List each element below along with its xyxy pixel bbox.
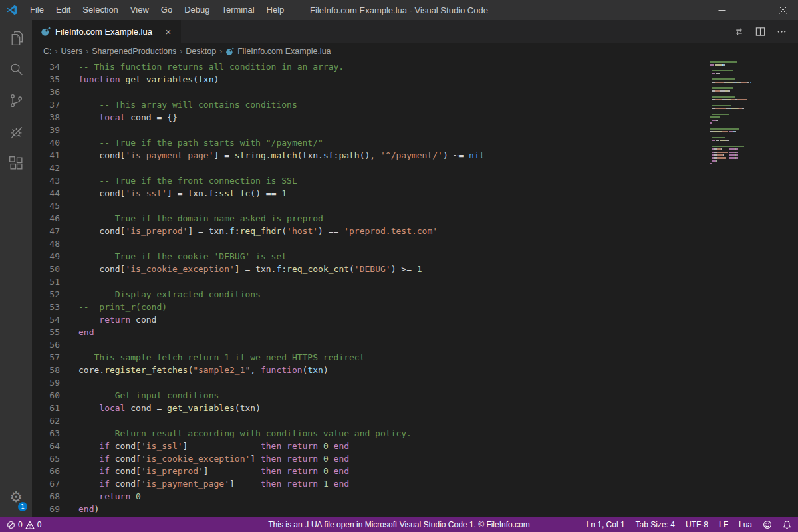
maximize-icon xyxy=(749,7,755,13)
line-number: 46 xyxy=(32,212,60,225)
minimize-icon xyxy=(718,7,726,14)
line-number: 69 xyxy=(32,503,60,515)
code-line[interactable]: 56 xyxy=(32,338,798,351)
extensions-button[interactable] xyxy=(0,148,32,179)
encoding-status[interactable]: UTF-8 xyxy=(686,520,708,529)
open-changes-button[interactable] xyxy=(730,20,747,43)
search-icon xyxy=(8,61,25,78)
code-line[interactable]: 42 xyxy=(32,162,798,174)
settings-gear-button[interactable]: ⚙ 1 xyxy=(0,481,32,512)
settings-badge: 1 xyxy=(18,502,27,511)
code-line[interactable]: 63 -- Return result according with condi… xyxy=(32,427,798,440)
code-line[interactable]: 65 if cond['is_cookie_exception'] then r… xyxy=(32,452,798,465)
search-button[interactable] xyxy=(0,54,32,85)
code-line[interactable]: 64 if cond['is_ssl'] then return 0 end xyxy=(32,440,798,452)
explorer-button[interactable] xyxy=(0,23,32,54)
tab-close-button[interactable]: × xyxy=(162,26,174,38)
code-line[interactable]: 46 -- True if the domain name asked is p… xyxy=(32,212,798,225)
code-line[interactable]: 59 xyxy=(32,376,798,389)
code-line[interactable]: 36 xyxy=(32,86,798,98)
code-line[interactable]: 37 -- This array will contains condition… xyxy=(32,98,798,111)
code-line[interactable]: 45 xyxy=(32,200,798,212)
tab-bar: FileInfo.com Example.lua × xyxy=(32,20,798,43)
source-control-button[interactable] xyxy=(0,85,32,116)
warnings-status[interactable]: 0 xyxy=(25,520,42,529)
code-line[interactable]: 43 -- True if the front connection is SS… xyxy=(32,174,798,187)
code-line[interactable]: 41 cond['is_payment_page'] = string.matc… xyxy=(32,149,798,162)
indentation-status[interactable]: Tab Size: 4 xyxy=(636,520,675,529)
feedback-button[interactable] xyxy=(763,520,772,529)
breadcrumb-item-drive[interactable]: C: xyxy=(43,47,52,56)
line-number: 38 xyxy=(32,111,60,124)
code-line[interactable]: 34-- This function returns all condition… xyxy=(32,61,798,73)
code-line[interactable]: 66 if cond['is_preprod'] then return 0 e… xyxy=(32,465,798,477)
code-line[interactable]: 57-- This sample fetch return 1 if we ne… xyxy=(32,351,798,364)
line-number: 44 xyxy=(32,187,60,200)
code-line[interactable]: 40 -- True if the path starts with "/pay… xyxy=(32,136,798,149)
menu-help[interactable]: Help xyxy=(261,0,291,20)
code-line[interactable]: 47 cond['is_preprod'] = txn.f:req_fhdr('… xyxy=(32,225,798,237)
code-line[interactable]: 61 local cond = get_variables(txn) xyxy=(32,402,798,414)
line-number: 58 xyxy=(32,364,60,376)
code-line[interactable]: 49 -- True if the cookie 'DEBUG' is set xyxy=(32,250,798,263)
code-line[interactable]: 54 return cond xyxy=(32,313,798,326)
tab-fileinfo-example[interactable]: FileInfo.com Example.lua × xyxy=(32,20,181,43)
code-line[interactable]: 44 cond['is_ssl'] = txn.f:ssl_fc() == 1 xyxy=(32,187,798,200)
code-line[interactable]: 50 cond['is_cookie_exception'] = txn.f:r… xyxy=(32,263,798,275)
errors-status[interactable]: 0 xyxy=(7,520,23,529)
menu-file[interactable]: File xyxy=(24,0,50,20)
breadcrumb-item-file[interactable]: FileInfo.com Example.lua xyxy=(225,47,331,56)
minimap[interactable] xyxy=(710,61,753,166)
code-line[interactable]: 55end xyxy=(32,326,798,338)
code-line[interactable]: 39 xyxy=(32,124,798,136)
editor-actions xyxy=(730,20,798,43)
code-line[interactable]: 67 if cond['is_payment_page'] then retur… xyxy=(32,477,798,490)
code-line[interactable]: 58core.register_fetches("sample2_1", fun… xyxy=(32,364,798,376)
code-line[interactable]: 53-- print_r(cond) xyxy=(32,301,798,313)
breadcrumb-item-users[interactable]: Users xyxy=(61,47,83,56)
activity-bar: ⚙ 1 xyxy=(0,20,32,517)
code-line[interactable]: 38 local cond = {} xyxy=(32,111,798,124)
breadcrumb-separator-icon: › xyxy=(216,47,225,56)
minimize-button[interactable] xyxy=(706,0,737,20)
menu-view[interactable]: View xyxy=(124,0,155,20)
split-editor-icon xyxy=(755,26,766,37)
vscode-logo-icon xyxy=(0,5,24,15)
eol-status[interactable]: LF xyxy=(719,520,728,529)
line-number: 42 xyxy=(32,162,60,174)
code-line[interactable]: 52 -- Display extracted conditions xyxy=(32,288,798,301)
breadcrumb-separator-icon: › xyxy=(52,47,61,56)
menu-terminal[interactable]: Terminal xyxy=(215,0,260,20)
code-line[interactable]: 62 xyxy=(32,414,798,427)
menu-edit[interactable]: Edit xyxy=(50,0,76,20)
cursor-position-status[interactable]: Ln 1, Col 1 xyxy=(587,520,625,529)
notifications-button[interactable] xyxy=(783,520,791,529)
language-mode-status[interactable]: Lua xyxy=(739,520,752,529)
error-icon xyxy=(7,521,15,529)
vscode-window: File Edit Selection View Go Debug Termin… xyxy=(0,0,798,532)
line-number: 34 xyxy=(32,61,60,73)
menu-debug[interactable]: Debug xyxy=(178,0,215,20)
code-line[interactable]: 35function get_variables(txn) xyxy=(32,73,798,86)
line-number: 45 xyxy=(32,200,60,212)
breadcrumb-item-desktop[interactable]: Desktop xyxy=(186,47,216,56)
code-line[interactable]: 48 xyxy=(32,237,798,250)
code-editor[interactable]: 34-- This function returns all condition… xyxy=(32,59,798,517)
breadcrumb-item-profile[interactable]: SharpenedProductions xyxy=(92,47,176,56)
menu-selection[interactable]: Selection xyxy=(76,0,124,20)
code-line[interactable]: 69end) xyxy=(32,503,798,515)
maximize-button[interactable] xyxy=(737,0,767,20)
code-line[interactable]: 60 -- Get input conditions xyxy=(32,389,798,402)
status-bar: 0 0 This is an .LUA file open in Microso… xyxy=(0,517,798,532)
code-line[interactable]: 51 xyxy=(32,275,798,288)
code-line[interactable]: 68 return 0 xyxy=(32,490,798,503)
menu-go[interactable]: Go xyxy=(155,0,178,20)
line-number: 60 xyxy=(32,389,60,402)
split-editor-button[interactable] xyxy=(751,20,769,43)
line-number: 55 xyxy=(32,326,60,338)
more-actions-button[interactable] xyxy=(773,20,790,43)
debug-button[interactable] xyxy=(0,116,32,148)
close-button[interactable] xyxy=(767,0,798,20)
line-number: 59 xyxy=(32,376,60,389)
line-number: 35 xyxy=(32,73,60,86)
